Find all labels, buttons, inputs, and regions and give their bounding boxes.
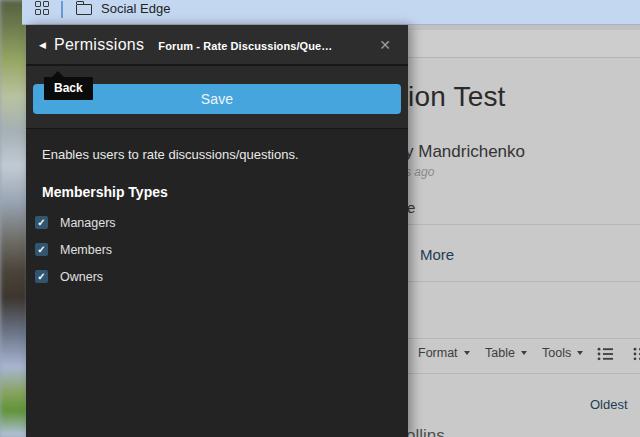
workspace-breadcrumb[interactable]: Social Edge [101, 1, 170, 16]
post-timestamp: s ago [405, 165, 434, 179]
toolbar-menu-format[interactable]: Format [418, 346, 470, 360]
back-tooltip: Back [44, 77, 93, 100]
checkbox-checked-icon[interactable]: ✓ [35, 270, 48, 283]
toolbar-menu-table[interactable]: Table [485, 346, 527, 360]
checkbox-label: Members [60, 243, 112, 257]
sort-oldest-button[interactable]: Oldest [590, 397, 628, 412]
folder-icon[interactable] [76, 4, 92, 15]
screen: Social Edge ion Test y Mandrichenko s ag… [0, 0, 640, 437]
checkbox-label: Managers [60, 216, 116, 230]
back-arrow-icon[interactable]: ◀ [39, 40, 46, 50]
panel-title[interactable]: Permissions [54, 36, 144, 54]
grid-square [35, 9, 41, 15]
permissions-panel: ◀ Permissions Forum - Rate Discussions/Q… [26, 25, 408, 437]
save-area: Save Back [26, 66, 408, 129]
toolbar-menu-label: Format [418, 346, 458, 360]
toolbar-menu-label: Tools [542, 346, 571, 360]
checkbox-checked-icon[interactable]: ✓ [35, 216, 48, 229]
checkmark-icon: ✓ [37, 245, 45, 255]
post-body-fragment: e [407, 199, 415, 216]
discussion-title: ion Test [408, 81, 506, 113]
grid-square [35, 1, 41, 7]
membership-row-owners[interactable]: ✓ Owners [35, 263, 392, 290]
permission-description: Enables users to rate discussions/questi… [42, 147, 392, 163]
author-byline: y Mandrichenko [405, 142, 525, 162]
checkmark-icon: ✓ [37, 218, 45, 228]
panel-body: Enables users to rate discussions/questi… [26, 129, 408, 308]
close-icon[interactable]: ✕ [375, 35, 395, 55]
chevron-down-icon [577, 351, 583, 355]
membership-types-heading: Membership Types [42, 184, 392, 200]
grid-square [43, 1, 49, 7]
bullet-list-icon[interactable] [597, 347, 614, 365]
numbered-list-icon[interactable] [633, 347, 640, 365]
membership-row-members[interactable]: ✓ Members [35, 236, 392, 263]
chevron-down-icon [464, 351, 470, 355]
chevron-down-icon [521, 351, 527, 355]
checkbox-label: Owners [60, 270, 103, 284]
checkbox-checked-icon[interactable]: ✓ [35, 243, 48, 256]
toolbar-menu-tools[interactable]: Tools [542, 346, 583, 360]
apps-grid-icon[interactable] [35, 1, 49, 15]
panel-header: ◀ Permissions Forum - Rate Discussions/Q… [26, 25, 408, 66]
checkmark-icon: ✓ [37, 272, 45, 282]
top-bar: Social Edge [22, 0, 640, 25]
comment-author-fragment: ollins [406, 426, 445, 437]
background-photo [0, 0, 28, 437]
top-bar-divider [61, 1, 63, 18]
membership-row-managers[interactable]: ✓ Managers [35, 209, 392, 236]
grid-square [43, 9, 49, 15]
more-button[interactable]: More [420, 246, 454, 263]
panel-subtitle: Forum - Rate Discussions/Que… [158, 40, 332, 52]
toolbar-menu-label: Table [485, 346, 515, 360]
